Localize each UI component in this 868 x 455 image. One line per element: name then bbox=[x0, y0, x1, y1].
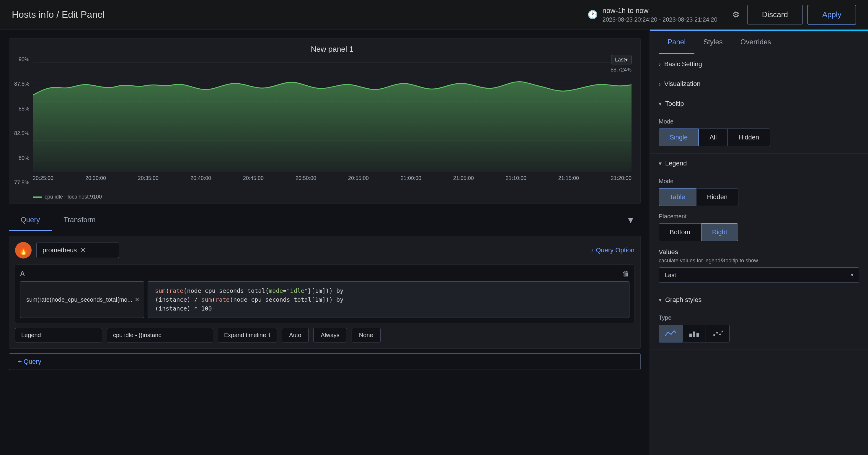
app-header: Hosts info / Edit Panel 🕐 now-1h to now … bbox=[0, 0, 868, 30]
none-badge[interactable]: None bbox=[352, 328, 380, 342]
values-section: Values caculate values for legend&toolti… bbox=[659, 248, 859, 283]
section-visualization: › Visualization bbox=[650, 74, 868, 94]
settings-button[interactable]: ⚙ bbox=[729, 7, 743, 23]
datasource-row: 🔥 prometheus ✕ › Query Option bbox=[15, 242, 634, 258]
datasource-clear-button[interactable]: ✕ bbox=[80, 247, 86, 254]
tooltip-header[interactable]: ▾ Tooltip bbox=[650, 94, 868, 113]
basic-setting-header[interactable]: › Basic Setting bbox=[650, 54, 868, 74]
svg-point-10 bbox=[716, 332, 718, 334]
legend-value-input[interactable] bbox=[107, 328, 213, 342]
left-panel: New panel 1 90% 87.5% 85% 82.5% 80% 77.5… bbox=[0, 30, 650, 455]
chart-container: New panel 1 90% 87.5% 85% 82.5% 80% 77.5… bbox=[9, 38, 641, 204]
legend-color-dot bbox=[33, 197, 42, 198]
y-label-85: 85% bbox=[19, 106, 29, 112]
legend-content: Mode Table Hidden Placement Bottom Right… bbox=[650, 178, 868, 290]
query-letter: A bbox=[20, 270, 622, 278]
chevron-down-icon: ▾ bbox=[659, 296, 662, 304]
graph-type-bar[interactable] bbox=[682, 325, 706, 342]
tooltip-mode-buttons: Single All Hidden bbox=[659, 129, 859, 146]
apply-button[interactable]: Apply bbox=[807, 5, 856, 25]
x-label-3: 20:35:00 bbox=[138, 175, 159, 181]
x-label-4: 20:40:00 bbox=[190, 175, 211, 181]
y-label-80: 80% bbox=[19, 155, 29, 161]
section-legend: ▾ Legend Mode Table Hidden Placement Bot… bbox=[650, 154, 868, 290]
bar-chart-icon bbox=[688, 329, 700, 338]
chevron-down-icon: ▾ bbox=[659, 160, 662, 167]
svg-rect-7 bbox=[693, 332, 695, 337]
info-icon: ℹ bbox=[268, 332, 271, 339]
x-label-11: 21:15:00 bbox=[558, 175, 579, 181]
expr-pill[interactable]: sum(rate(node_cpu_seconds_total{mo... ✕ bbox=[20, 281, 144, 318]
last-value: 88.724% bbox=[611, 67, 631, 73]
tab-transform[interactable]: Transform bbox=[52, 210, 107, 231]
right-panel-tabs: Panel Styles Overrides bbox=[650, 31, 868, 54]
visualization-label: Visualization bbox=[664, 80, 701, 88]
tooltip-content: Mode Single All Hidden bbox=[650, 118, 868, 153]
placement-buttons: Bottom Right bbox=[659, 223, 859, 241]
add-query-button[interactable]: + Query bbox=[9, 353, 641, 370]
scatter-chart-icon bbox=[712, 329, 724, 338]
placement-right[interactable]: Right bbox=[701, 223, 738, 241]
svg-rect-8 bbox=[696, 333, 699, 337]
legend-mode-table[interactable]: Table bbox=[659, 188, 696, 206]
query-transform-tabs: Query Transform ▼ bbox=[9, 210, 641, 231]
expr-pill-clear[interactable]: ✕ bbox=[135, 296, 140, 303]
chevron-right-icon: › bbox=[659, 81, 661, 87]
tooltip-mode-label: Mode bbox=[659, 118, 859, 125]
x-label-5: 20:45:00 bbox=[243, 175, 264, 181]
chart-title: New panel 1 bbox=[33, 45, 631, 54]
tooltip-mode-hidden[interactable]: Hidden bbox=[728, 129, 770, 146]
clock-icon: 🕐 bbox=[588, 10, 598, 20]
legend-mode-label: Mode bbox=[659, 178, 859, 184]
legend-label: cpu idle - localhost:9100 bbox=[44, 194, 102, 200]
time-text: now-1h to now 2023-08-23 20:24:20 - 2023… bbox=[602, 6, 717, 24]
svg-point-9 bbox=[713, 334, 715, 336]
placement-bottom[interactable]: Bottom bbox=[659, 223, 701, 241]
svg-rect-6 bbox=[689, 334, 692, 337]
x-label-9: 21:05:00 bbox=[453, 175, 474, 181]
expand-timeline-button[interactable]: Expand timeline ℹ bbox=[218, 328, 277, 342]
tab-panel[interactable]: Panel bbox=[659, 31, 694, 54]
discard-button[interactable]: Discard bbox=[747, 5, 803, 25]
svg-point-11 bbox=[719, 334, 721, 335]
tab-query[interactable]: Query bbox=[9, 210, 52, 231]
section-basic-setting: › Basic Setting bbox=[650, 54, 868, 74]
tab-styles[interactable]: Styles bbox=[694, 31, 731, 54]
chart-x-axis: 20:25:00 20:30:00 20:35:00 20:40:00 20:4… bbox=[33, 175, 631, 181]
tooltip-mode-single[interactable]: Single bbox=[659, 129, 699, 146]
values-select[interactable]: Last Min Max Mean bbox=[659, 267, 859, 283]
auto-badge[interactable]: Auto bbox=[282, 328, 309, 342]
always-badge[interactable]: Always bbox=[313, 328, 347, 342]
chevron-down-icon: ▾ bbox=[659, 100, 662, 107]
expr-code-editor[interactable]: sum(rate(node_cpu_seconds_total{mode="id… bbox=[148, 281, 629, 318]
legend-mode-hidden[interactable]: Hidden bbox=[696, 188, 739, 206]
legend-mode-buttons: Table Hidden bbox=[659, 188, 859, 206]
datasource-selector[interactable]: prometheus ✕ bbox=[36, 243, 119, 258]
section-tooltip: ▾ Tooltip Mode Single All Hidden bbox=[650, 94, 868, 154]
graph-type-points[interactable] bbox=[706, 325, 730, 342]
tab-overrides[interactable]: Overrides bbox=[732, 31, 780, 54]
query-block-header: A 🗑 bbox=[20, 269, 629, 278]
values-label: Values bbox=[659, 248, 859, 256]
line-chart-icon bbox=[664, 329, 676, 338]
graph-styles-label: Graph styles bbox=[665, 296, 702, 304]
last-badge[interactable]: Last▾ bbox=[611, 55, 631, 64]
tab-collapse-button[interactable]: ▼ bbox=[621, 213, 641, 228]
placement-label: Placement bbox=[659, 213, 859, 220]
time-range: 🕐 now-1h to now 2023-08-23 20:24:20 - 20… bbox=[588, 6, 717, 24]
time-main: now-1h to now bbox=[602, 6, 717, 16]
values-select-wrapper: Last Min Max Mean bbox=[659, 267, 859, 283]
query-delete-button[interactable]: 🗑 bbox=[622, 269, 629, 278]
visualization-header[interactable]: › Visualization bbox=[650, 74, 868, 94]
graph-styles-header[interactable]: ▾ Graph styles bbox=[650, 290, 868, 310]
svg-point-12 bbox=[721, 331, 723, 332]
x-label-1: 20:25:00 bbox=[33, 175, 54, 181]
tooltip-mode-all[interactable]: All bbox=[699, 129, 727, 146]
query-option-button[interactable]: › Query Option bbox=[591, 247, 634, 254]
legend-label-input[interactable] bbox=[15, 328, 102, 342]
query-body: 🔥 prometheus ✕ › Query Option A 🗑 bbox=[9, 236, 641, 349]
legend-header[interactable]: ▾ Legend bbox=[650, 154, 868, 173]
graph-type-line[interactable] bbox=[659, 325, 682, 342]
chevron-right-icon: › bbox=[659, 61, 661, 68]
legend-section-label: Legend bbox=[665, 160, 687, 167]
